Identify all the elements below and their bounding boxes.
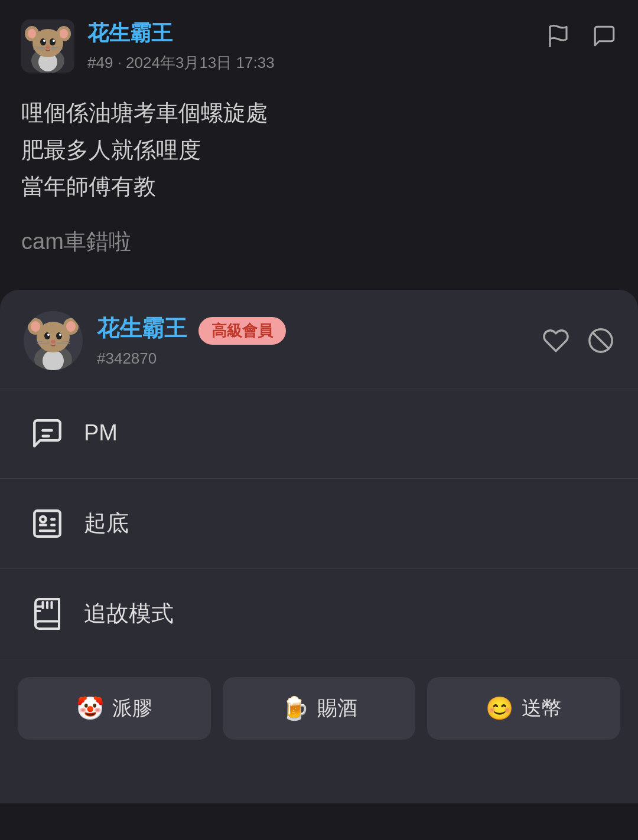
post-area: 花生霸王 #49 · 2024年3月13日 17:33 — [0, 0, 638, 284]
panel-avatar[interactable] — [24, 311, 83, 370]
svg-point-28 — [47, 334, 50, 336]
post-header-left: 花生霸王 #49 · 2024年3月13日 17:33 — [21, 19, 275, 73]
送幣-emoji: 😊 — [486, 695, 513, 721]
賜酒-emoji: 🍺 — [281, 695, 309, 721]
post-secondary: cam車錯啦 — [21, 223, 617, 260]
user-panel: 花生霸王 高級會員 #342870 — [0, 290, 638, 803]
pm-icon — [30, 416, 65, 451]
svg-line-36 — [593, 332, 608, 348]
svg-point-30 — [51, 340, 56, 344]
svg-point-27 — [56, 332, 62, 339]
menu-item-profile[interactable]: 起底 — [0, 479, 638, 569]
svg-point-10 — [43, 40, 45, 42]
svg-point-9 — [50, 38, 56, 45]
profile-icon — [30, 506, 65, 541]
post-username[interactable]: 花生霸王 — [87, 19, 275, 48]
svg-point-29 — [59, 334, 61, 336]
svg-point-23 — [31, 321, 40, 332]
bottom-actions: 🤡 派膠 🍺 賜酒 😊 送幣 — [0, 659, 638, 769]
follow-icon — [30, 596, 65, 632]
svg-point-5 — [28, 29, 36, 38]
panel-name-row: 花生霸王 高級會員 — [97, 313, 542, 345]
post-line-1: 哩個係油塘考車個螺旋處 — [21, 94, 617, 132]
post-header-icons — [546, 19, 617, 48]
svg-point-26 — [44, 332, 50, 339]
svg-rect-39 — [34, 511, 60, 537]
post-avatar[interactable] — [21, 19, 74, 73]
賜酒-button[interactable]: 🍺 賜酒 — [223, 677, 416, 740]
post-content: 哩個係油塘考車個螺旋處 肥最多人就係哩度 當年師傅有教 cam車錯啦 — [21, 94, 617, 260]
svg-point-7 — [60, 29, 68, 38]
panel-header-actions — [542, 327, 614, 354]
like-button[interactable] — [542, 327, 569, 354]
送幣-label: 送幣 — [522, 695, 562, 722]
post-line-2: 肥最多人就係哩度 — [21, 132, 617, 169]
post-info: #49 · 2024年3月13日 17:33 — [87, 53, 275, 73]
svg-point-40 — [40, 517, 46, 522]
svg-point-25 — [66, 321, 76, 332]
svg-point-8 — [40, 38, 46, 45]
post-header: 花生霸王 #49 · 2024年3月13日 17:33 — [21, 19, 617, 73]
user-panel-header: 花生霸王 高級會員 #342870 — [0, 290, 638, 388]
menu-item-pm[interactable]: PM — [0, 388, 638, 479]
panel-uid: #342870 — [97, 349, 542, 368]
flag-button[interactable] — [546, 24, 571, 48]
派膠-label: 派膠 — [112, 695, 152, 722]
賜酒-label: 賜酒 — [317, 695, 357, 722]
派膠-button[interactable]: 🤡 派膠 — [18, 677, 211, 740]
block-button[interactable] — [587, 327, 614, 354]
menu-follow-label: 追故模式 — [84, 599, 174, 629]
menu-profile-label: 起底 — [84, 508, 129, 538]
派膠-emoji: 🤡 — [76, 695, 104, 721]
svg-point-11 — [53, 40, 55, 42]
panel-user-info: 花生霸王 高級會員 #342870 — [97, 313, 542, 368]
menu-item-follow[interactable]: 追故模式 — [0, 569, 638, 659]
送幣-button[interactable]: 😊 送幣 — [427, 677, 620, 740]
post-line-3: 當年師傅有教 — [21, 168, 617, 205]
panel-username[interactable]: 花生霸王 — [97, 316, 187, 341]
panel-badge: 高級會員 — [198, 317, 286, 345]
comment-button[interactable] — [592, 24, 617, 48]
svg-point-12 — [45, 45, 50, 49]
post-meta: 花生霸王 #49 · 2024年3月13日 17:33 — [87, 19, 275, 73]
menu-pm-label: PM — [84, 420, 118, 446]
